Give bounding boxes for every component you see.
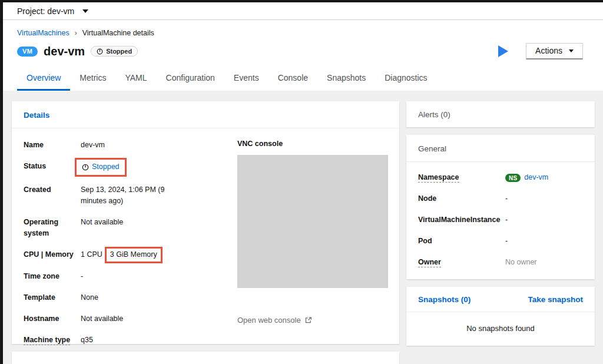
detail-row-name: Name dev-vm (24, 140, 218, 151)
tab-overview[interactable]: Overview (17, 65, 70, 91)
open-web-console-label: Open web console (237, 316, 301, 325)
detail-value: q35 (81, 335, 93, 346)
page-header: VirtualMachines › VirtualMachine details… (3, 20, 603, 63)
detail-label: Hostname (24, 313, 81, 325)
general-value: - (505, 193, 508, 204)
off-icon (97, 48, 103, 55)
detail-value: None (81, 292, 98, 303)
breadcrumb-current: VirtualMachine details (82, 29, 154, 37)
detail-label: Time zone (24, 271, 81, 282)
annotation-box: Stopped (75, 158, 127, 177)
start-vm-button[interactable] (498, 45, 508, 57)
header-controls: Actions (498, 43, 589, 59)
general-value: NSdev-vm (505, 172, 548, 183)
detail-row-timezone: Time zone - (24, 271, 218, 282)
general-row-namespace: Namespace NSdev-vm (418, 172, 583, 183)
breadcrumb: VirtualMachines › VirtualMachine details (17, 29, 589, 37)
vm-status-link[interactable]: Stopped (82, 161, 120, 173)
details-heading-link[interactable]: Details (24, 111, 49, 120)
tab-metrics[interactable]: Metrics (70, 65, 115, 91)
general-description-list: Namespace NSdev-vm Node - VirtualMachine… (406, 162, 595, 279)
alerts-card: Alerts (0) (406, 101, 595, 127)
details-card: Details Name dev-vm Status (12, 101, 399, 344)
tab-snapshots[interactable]: Snapshots (317, 65, 375, 91)
detail-label: CPU | Memory (24, 249, 81, 261)
general-card-title: General (418, 144, 446, 153)
detail-value: Sep 13, 2024, 1:06 PM (9 minutes ago) (81, 184, 180, 207)
detail-label: Template (24, 292, 81, 303)
general-card: General Namespace NSdev-vm Node - Vi (406, 135, 595, 279)
general-label: Node (418, 193, 505, 204)
tab-configuration[interactable]: Configuration (157, 65, 224, 91)
actions-button-label: Actions (535, 46, 562, 55)
right-column: Alerts (0) General Namespace NSdev-vm No… (406, 101, 595, 364)
detail-row-hostname: Hostname Not available (24, 313, 218, 325)
owner-term[interactable]: Owner (418, 258, 441, 267)
detail-value: - (81, 271, 83, 282)
detail-value: dev-vm (81, 140, 105, 151)
status-badge: Stopped (91, 46, 138, 57)
detail-row-cpu-memory: CPU | Memory 1 CPU3 GiB Memory (24, 249, 218, 261)
general-card-header: General (406, 135, 595, 162)
detail-value: Not available (81, 217, 123, 239)
general-label: Pod (418, 236, 505, 247)
tab-events[interactable]: Events (224, 65, 269, 91)
general-row-vmi: VirtualMachineInstance - (418, 214, 583, 226)
general-value: - (505, 236, 508, 247)
snapshots-card: Snapshots (0) Take snapshot No snapshots… (406, 287, 595, 346)
status-badge-label: Stopped (106, 48, 132, 55)
detail-row-status: Status Stopped (24, 161, 218, 174)
detail-value: Not available (81, 313, 123, 325)
general-row-pod: Pod - (418, 236, 583, 247)
detail-label: Operating system (24, 217, 81, 239)
external-link-icon (304, 316, 312, 324)
take-snapshot-button[interactable]: Take snapshot (528, 295, 583, 304)
snapshots-title-link[interactable]: Snapshots (0) (418, 295, 471, 304)
general-row-node: Node - (418, 193, 583, 204)
page-title: dev-vm (44, 45, 85, 58)
vnc-console-section: VNC console Open web console (237, 140, 388, 356)
vm-status-label: Stopped (92, 161, 120, 173)
vm-kind-badge: VM (17, 47, 38, 57)
project-switcher[interactable]: Project: dev-vm (17, 6, 88, 16)
tabs-bar: Overview Metrics YAML Configuration Even… (3, 65, 603, 91)
namespace-kind-badge: NS (505, 174, 521, 182)
memory-value: 3 GiB Memory (110, 250, 157, 259)
namespace-link[interactable]: dev-vm (524, 173, 548, 181)
caret-down-icon (569, 49, 574, 52)
annotation-box: 3 GiB Memory (105, 247, 163, 263)
tab-console[interactable]: Console (269, 65, 317, 91)
overview-content: Details Name dev-vm Status (3, 91, 603, 364)
tab-yaml[interactable]: YAML (115, 65, 156, 91)
alerts-card-title: Alerts (0) (418, 110, 450, 119)
details-description-list: Name dev-vm Status (24, 140, 218, 356)
general-label: Owner (418, 257, 505, 268)
caret-down-icon (82, 9, 88, 13)
tab-diagnostics[interactable]: Diagnostics (375, 65, 436, 91)
breadcrumb-separator-icon: › (75, 29, 77, 37)
vnc-console-screen (237, 155, 388, 288)
title-row: VM dev-vm Stopped Actions (17, 43, 589, 63)
general-label: VirtualMachineInstance (418, 214, 505, 226)
general-row-owner: Owner No owner (418, 257, 583, 268)
app-window: Project: dev-vm VirtualMachines › Virtua… (0, 0, 603, 364)
project-bar: Project: dev-vm (3, 2, 603, 20)
machine-type-term[interactable]: Machine type (24, 336, 70, 345)
off-icon (82, 164, 89, 171)
breadcrumb-link-virtualmachines[interactable]: VirtualMachines (17, 29, 69, 37)
detail-row-machine-type: Machine type q35 (24, 335, 218, 346)
actions-button[interactable]: Actions (526, 43, 583, 59)
detail-value: 1 CPU3 GiB Memory (81, 249, 163, 261)
cpu-value: 1 CPU (81, 250, 102, 259)
open-web-console-link[interactable]: Open web console (237, 316, 312, 325)
detail-row-created: Created Sep 13, 2024, 1:06 PM (9 minutes… (24, 184, 218, 207)
namespace-term[interactable]: Namespace (418, 173, 459, 183)
next-card-partial (12, 352, 399, 364)
general-label: Namespace (418, 172, 505, 183)
general-value: No owner (505, 257, 537, 268)
detail-label: Name (24, 140, 81, 151)
vnc-console-label: VNC console (237, 140, 388, 148)
detail-label: Machine type (24, 335, 81, 346)
details-card-header: Details (12, 101, 399, 128)
snapshots-card-header: Snapshots (0) Take snapshot (406, 287, 595, 312)
